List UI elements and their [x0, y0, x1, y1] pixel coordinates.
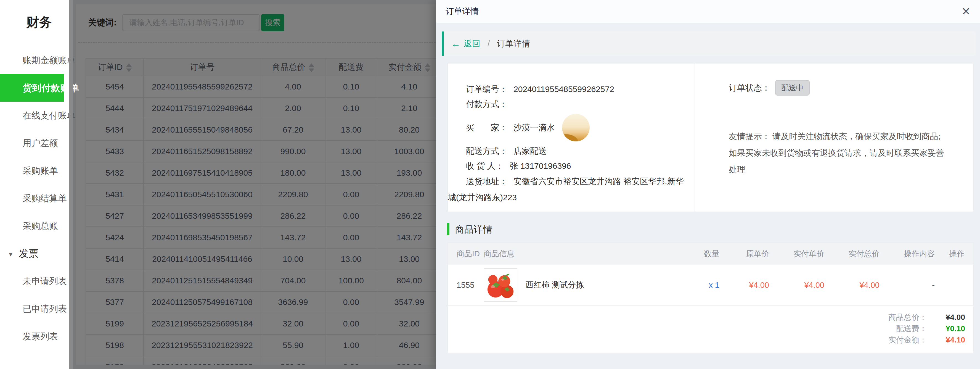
product-paid-unit-cell: ¥4.00 — [769, 281, 824, 290]
sidebar-item-label: 在线支付账单 — [23, 110, 76, 120]
product-original-price-cell: ¥4.00 — [719, 281, 769, 290]
product-column-header: 实付单价 — [769, 243, 824, 265]
order-info-label: 付款方式： — [466, 99, 508, 109]
order-info-card: 订单编号：2024011955485599262572付款方式：买 家：沙漠一滴… — [447, 63, 974, 212]
order-info-row: 买 家：沙漠一滴水 — [448, 112, 695, 144]
breadcrumb-current: 订单详情 — [497, 38, 530, 50]
product-column-header: 操作内容 — [880, 243, 935, 265]
product-column-header: 数量 — [678, 243, 719, 265]
order-info-value: 张 13170196396 — [510, 161, 571, 171]
order-info-label: 买 家： — [466, 120, 508, 135]
summary-label: 配送费： — [896, 324, 927, 333]
order-info-label: 送货地址： — [466, 177, 508, 186]
product-column-header: 原单价 — [719, 243, 769, 265]
order-status-label: 订单状态： — [729, 82, 770, 94]
sidebar-item[interactable]: 采购总账 — [0, 212, 69, 240]
friendly-tip: 友情提示： 请及时关注物流状态，确保买家及时收到商品; 如果买家未收到货物或有退… — [729, 128, 948, 178]
product-column-header: 实付总价 — [824, 243, 880, 265]
summary-line: 实付金额：¥4.10 — [888, 334, 965, 345]
sidebar-item-label: 采购结算单 — [23, 193, 67, 203]
order-info-row: 订单编号：2024011955485599262572 — [448, 82, 695, 97]
sidebar-item[interactable]: 未申请列表 — [0, 267, 69, 295]
order-info-row: 送货地址：安徽省六安市裕安区龙井沟路 裕安区华邦.新华城(龙井沟路东)223 — [448, 173, 695, 206]
sidebar-item[interactable]: 货到付款账单 — [0, 74, 64, 102]
order-info-value: 沙漠一滴水 — [514, 120, 555, 135]
order-detail-drawer: 订单详情 ✕ ← 返回 / 订单详情 订单编号：2024011955485599… — [436, 0, 980, 369]
sidebar-item[interactable]: 已申请列表 — [0, 295, 69, 323]
product-row: 1555 西红柿 测试分拣x 1¥4.00¥4.00¥4.00- — [448, 265, 974, 306]
buyer-avatar — [562, 114, 590, 141]
product-column-header: 操作 — [935, 243, 974, 265]
order-info-list: 订单编号：2024011955485599262572付款方式：买 家：沙漠一滴… — [448, 64, 695, 212]
summary-label: 实付金额： — [888, 335, 927, 344]
product-qty-cell: x 1 — [678, 281, 719, 290]
sidebar-item-label: 账期金额账单 — [23, 55, 76, 65]
product-image — [484, 268, 517, 302]
order-status-row: 订单状态： 配送中 — [729, 80, 948, 96]
close-icon[interactable]: ✕ — [961, 6, 970, 17]
sidebar-item-label: 未申请列表 — [23, 276, 67, 286]
summary-line: 商品总价：¥4.00 — [888, 311, 965, 323]
order-info-label: 收 货 人： — [466, 161, 504, 171]
order-info-row: 收 货 人：张 13170196396 — [448, 158, 695, 173]
product-name: 西红柿 测试分拣 — [526, 280, 584, 291]
order-info-label: 订单编号： — [466, 85, 508, 94]
sidebar-item-label: 采购总账 — [23, 221, 58, 231]
product-body: 1555 西红柿 测试分拣x 1¥4.00¥4.00¥4.00- — [448, 265, 974, 306]
sidebar-item-label: 已申请列表 — [23, 304, 67, 314]
sidebar-item-label: 用户差额 — [23, 138, 58, 148]
order-info-row: 配送方式：店家配送 — [448, 144, 695, 158]
product-header-row: 商品ID商品信息数量原单价实付单价实付总价操作内容操作 — [448, 243, 974, 265]
sidebar-item[interactable]: 账期金额账单 — [0, 46, 69, 74]
sidebar-title: 财务 — [0, 0, 69, 39]
app-root: 财务 账期金额账单货到付款账单在线支付账单用户差额采购账单采购结算单采购总账▾发… — [0, 0, 980, 369]
order-info-row: 付款方式： — [448, 97, 695, 112]
drawer-header: 订单详情 ✕ — [436, 0, 980, 23]
product-column-header: 商品ID — [448, 243, 484, 265]
summary-value: ¥4.00 — [929, 311, 965, 323]
product-info-cell: 西红柿 测试分拣 — [484, 268, 678, 302]
sidebar-scrollbar[interactable] — [69, 0, 73, 369]
summary-line: 配送费：¥0.10 — [896, 323, 965, 334]
sidebar-item[interactable]: 采购账单 — [0, 157, 69, 184]
sidebar-nav: 账期金额账单货到付款账单在线支付账单用户差额采购账单采购结算单采购总账▾发票未申… — [0, 46, 69, 350]
product-detail-card: 商品ID商品信息数量原单价实付单价实付总价操作内容操作 1555 西红柿 测试分… — [447, 243, 974, 353]
chevron-down-icon: ▾ — [9, 240, 19, 268]
sidebar: 财务 账期金额账单货到付款账单在线支付账单用户差额采购账单采购结算单采购总账▾发… — [0, 0, 69, 369]
breadcrumb-separator: / — [487, 39, 490, 48]
product-paid-total-cell: ¥4.00 — [824, 281, 880, 290]
summary-label: 商品总价： — [888, 313, 927, 321]
breadcrumb: ← 返回 / 订单详情 — [442, 32, 975, 56]
order-info-value: 店家配送 — [514, 146, 547, 155]
order-info-label: 配送方式： — [466, 146, 508, 155]
order-summary: 商品总价：¥4.00配送费：¥0.10实付金额：¥4.10 — [448, 306, 974, 353]
back-label: 返回 — [464, 38, 480, 50]
product-section-title: 商品详情 — [447, 223, 975, 235]
status-badge: 配送中 — [775, 80, 810, 96]
tomato-image — [484, 269, 517, 301]
order-status-panel: 订单状态： 配送中 友情提示： 请及时关注物流状态，确保买家及时收到商品; 如果… — [695, 64, 974, 212]
drawer-mask[interactable] — [73, 0, 436, 369]
product-column-header: 商品信息 — [484, 243, 678, 265]
back-button[interactable]: ← 返回 — [451, 38, 480, 50]
summary-value: ¥4.10 — [929, 334, 965, 345]
sidebar-item[interactable]: 发票列表 — [0, 323, 69, 350]
sidebar-item[interactable]: ▾发票 — [0, 240, 69, 267]
drawer-title: 订单详情 — [445, 6, 479, 17]
sidebar-item[interactable]: 采购结算单 — [0, 184, 69, 212]
sidebar-item-label: 采购账单 — [23, 166, 58, 176]
sidebar-item-label: 发票列表 — [23, 331, 58, 341]
back-arrow-icon: ← — [451, 38, 460, 49]
drawer-body: ← 返回 / 订单详情 订单编号：2024011955485599262572付… — [436, 24, 975, 369]
summary-value: ¥0.10 — [929, 323, 965, 334]
order-info-value: 2024011955485599262572 — [514, 85, 614, 94]
sidebar-item[interactable]: 在线支付账单 — [0, 102, 69, 129]
sidebar-item-label: 发票 — [19, 248, 39, 259]
sidebar-item[interactable]: 用户差额 — [0, 129, 69, 157]
product-op-content-cell: - — [880, 281, 935, 290]
product-id-cell: 1555 — [448, 281, 484, 290]
